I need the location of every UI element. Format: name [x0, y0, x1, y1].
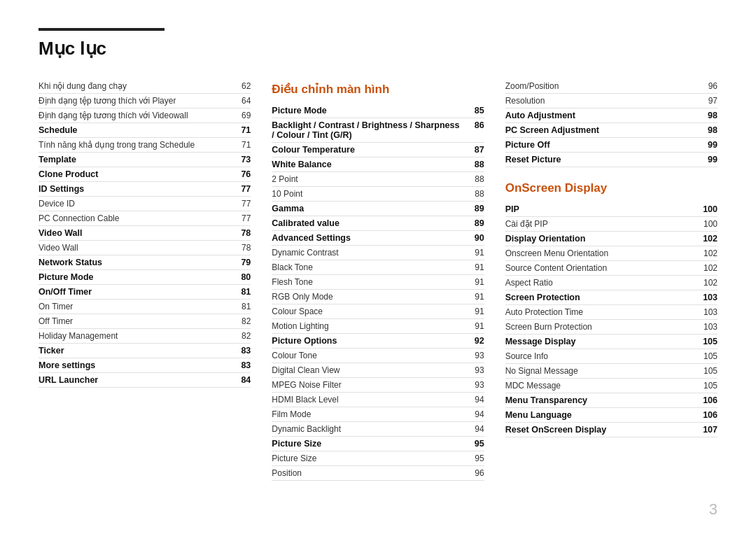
toc-label: Picture Mode — [38, 272, 234, 282]
toc-label: Film Mode — [272, 409, 467, 419]
toc-entry: Display Orientation102 — [505, 232, 718, 246]
toc-entry: Off Timer82 — [38, 314, 251, 329]
toc-num: 64 — [234, 96, 251, 106]
toc-entry: On/Off Timer81 — [38, 285, 251, 300]
page: Mục lục Khi nội dung đang chạy62Định dạn… — [0, 0, 756, 534]
toc-num: 106 — [701, 410, 718, 420]
toc-label: Picture Size — [272, 439, 467, 449]
toc-label: Định dạng tệp tương thích với Videowall — [38, 111, 234, 120]
toc-entry: More settings83 — [38, 358, 251, 373]
toc-entry: Aspect Ratio102 — [505, 276, 718, 290]
toc-label: Colour Temperature — [272, 145, 467, 155]
toc-label: Auto Adjustment — [505, 111, 701, 120]
toc-label: Schedule — [38, 125, 234, 135]
toc-label: Zoom/Position — [505, 81, 701, 91]
toc-entry: Ticker83 — [38, 344, 251, 358]
toc-label: Template — [38, 155, 234, 164]
col1: Khi nội dung đang chạy62Định dạng tệp tư… — [38, 79, 272, 481]
spacer — [505, 167, 718, 173]
toc-entry: Device ID77 — [38, 197, 251, 211]
toc-num: 106 — [701, 395, 718, 405]
toc-entry: Menu Transparency106 — [505, 393, 718, 408]
content-columns: Khi nội dung đang chạy62Định dạng tệp tư… — [38, 79, 718, 481]
toc-label: Off Timer — [38, 316, 234, 326]
toc-num: 73 — [234, 155, 251, 164]
toc-entry: Tính năng khả dụng trong trang Schedule7… — [38, 138, 251, 153]
toc-entry: Auto Protection Time103 — [505, 305, 718, 320]
toc-entry: Position96 — [272, 466, 484, 481]
toc-entry: HDMI Black Level94 — [272, 393, 484, 407]
title-bar — [38, 28, 164, 31]
toc-label: Network Status — [38, 258, 234, 267]
toc-label: Dynamic Contrast — [272, 248, 467, 258]
toc-entry: URL Launcher84 — [38, 373, 251, 388]
toc-label: Screen Protection — [505, 293, 701, 302]
toc-label: On Timer — [38, 302, 234, 311]
toc-label: HDMI Black Level — [272, 395, 467, 405]
page-number: 3 — [709, 500, 718, 519]
toc-label: Reset OnScreen Display — [505, 425, 701, 435]
toc-label: Menu Language — [505, 410, 701, 420]
toc-num: 94 — [468, 409, 484, 419]
toc-entry: Picture Size95 — [272, 437, 484, 451]
toc-label: Advanced Settings — [272, 233, 467, 243]
toc-entry: Network Status79 — [38, 255, 251, 270]
toc-num: 86 — [468, 120, 484, 130]
toc-label: RGB Only Mode — [272, 292, 467, 302]
toc-entry: White Balance88 — [272, 157, 484, 172]
toc-label: Reset Picture — [505, 155, 701, 164]
toc-label: Motion Lighting — [272, 321, 467, 331]
toc-entry: Holiday Management82 — [38, 329, 251, 344]
toc-entry: Reset OnScreen Display107 — [505, 423, 718, 437]
spacer — [505, 173, 718, 178]
toc-num: 105 — [701, 351, 718, 361]
toc-label: Position — [272, 468, 467, 478]
toc-entry: Message Display105 — [505, 335, 718, 349]
toc-num: 94 — [468, 424, 484, 434]
toc-label: Picture Off — [505, 140, 701, 150]
toc-num: 84 — [234, 375, 251, 385]
toc-entry: Dynamic Contrast91 — [272, 246, 484, 260]
toc-num: 92 — [468, 336, 484, 346]
toc-entry: Menu Language106 — [505, 408, 718, 423]
toc-num: 83 — [234, 346, 251, 356]
toc-num: 99 — [701, 140, 718, 150]
toc-label: Display Orientation — [505, 234, 701, 244]
toc-entry: Black Tone91 — [272, 260, 484, 275]
toc-entry: Picture Size95 — [272, 451, 484, 466]
toc-num: 69 — [234, 111, 251, 120]
toc-label: 2 Point — [272, 174, 467, 184]
toc-num: 76 — [234, 169, 251, 179]
toc-label: PC Screen Adjustment — [505, 125, 701, 135]
toc-label: Picture Options — [272, 336, 467, 346]
toc-label: Flesh Tone — [272, 277, 467, 287]
toc-label: MDC Message — [505, 381, 701, 391]
toc-num: 103 — [701, 307, 718, 317]
toc-num: 85 — [468, 106, 484, 115]
toc-num: 91 — [468, 292, 484, 302]
toc-entry: PC Connection Cable77 — [38, 211, 251, 226]
toc-num: 99 — [701, 155, 718, 164]
toc-entry: Colour Space91 — [272, 304, 484, 319]
toc-num: 94 — [468, 395, 484, 405]
toc-label: Gamma — [272, 204, 467, 213]
toc-label: Black Tone — [272, 262, 467, 272]
toc-num: 100 — [701, 204, 718, 214]
toc-label: MPEG Noise Filter — [272, 380, 467, 390]
toc-entry: RGB Only Mode91 — [272, 290, 484, 304]
toc-num: 93 — [468, 351, 484, 360]
toc-num: 81 — [234, 287, 251, 297]
toc-num: 96 — [701, 81, 718, 91]
toc-entry: Video Wall78 — [38, 241, 251, 255]
toc-num: 97 — [701, 96, 718, 106]
toc-entry: Picture Mode85 — [272, 104, 484, 118]
toc-label: White Balance — [272, 160, 467, 169]
toc-entry: MPEG Noise Filter93 — [272, 378, 484, 393]
toc-entry: Colour Temperature87 — [272, 143, 484, 157]
toc-num: 95 — [468, 454, 484, 463]
toc-entry: Film Mode94 — [272, 407, 484, 422]
toc-label: Clone Product — [38, 169, 234, 179]
toc-label: Aspect Ratio — [505, 278, 701, 288]
toc-label: PIP — [505, 204, 701, 214]
toc-num: 102 — [701, 278, 718, 288]
